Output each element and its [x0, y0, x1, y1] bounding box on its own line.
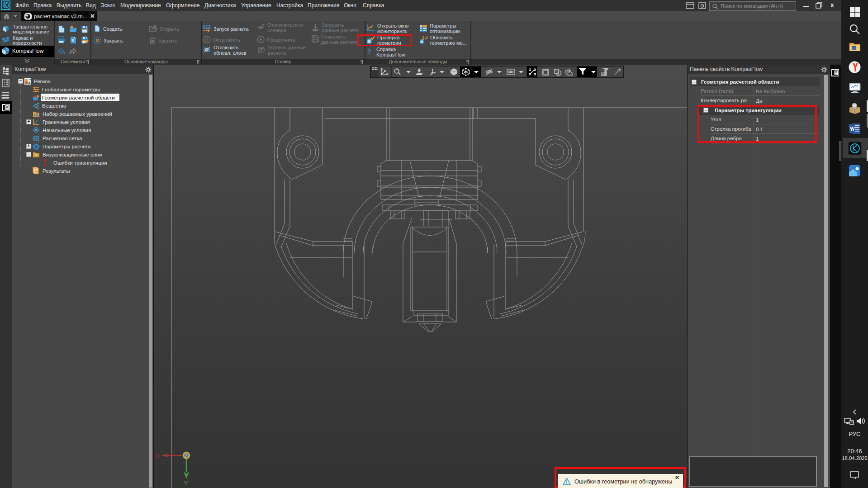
svg-text:x: x: [262, 24, 264, 27]
svg-text:f: f: [37, 119, 38, 122]
svg-text:?: ?: [367, 47, 371, 56]
svg-text:X: X: [156, 453, 160, 460]
svg-text:Y: Y: [184, 480, 188, 487]
svg-text:012: 012: [203, 25, 211, 30]
svg-text:0: 0: [36, 128, 38, 131]
svg-text:Z: Z: [185, 454, 187, 458]
